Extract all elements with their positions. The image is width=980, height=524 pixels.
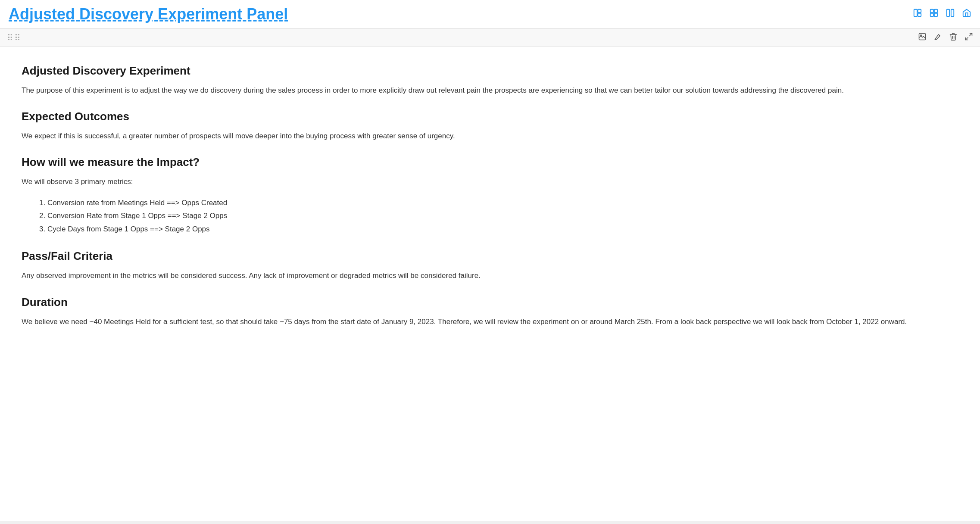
- pass-fail-heading: Pass/Fail Criteria: [22, 250, 958, 263]
- metric-1: Conversion rate from Meetings Held ==> O…: [47, 196, 958, 210]
- svg-line-12: [966, 37, 968, 40]
- delete-icon[interactable]: [949, 32, 958, 43]
- svg-rect-0: [914, 9, 917, 17]
- duration-text: We believe we need ~40 Meetings Held for…: [22, 316, 958, 328]
- outcomes-text: We expect if this is successful, a great…: [22, 130, 958, 142]
- svg-rect-6: [934, 13, 937, 16]
- metrics-list: Conversion rate from Meetings Held ==> O…: [22, 196, 958, 236]
- home-icon[interactable]: [962, 8, 971, 20]
- drag-handle[interactable]: ⠿⠿: [7, 33, 22, 43]
- svg-rect-5: [930, 13, 933, 16]
- main-heading: Adjusted Discovery Experiment: [22, 64, 958, 78]
- image-svg: [918, 32, 927, 41]
- image-icon[interactable]: [918, 32, 927, 43]
- expand-svg: [964, 32, 973, 41]
- content-area: Adjusted Discovery Experiment The purpos…: [0, 47, 980, 521]
- app-header: Adjusted Discovery Experiment Panel: [0, 0, 980, 29]
- toolbar: ⠿⠿: [0, 29, 980, 47]
- columns-svg: [946, 8, 955, 18]
- edit-icon[interactable]: [933, 32, 942, 43]
- svg-rect-3: [930, 9, 933, 12]
- svg-rect-1: [918, 9, 921, 12]
- metric-3: Cycle Days from Stage 1 Opps ==> Stage 2…: [47, 223, 958, 236]
- svg-rect-8: [951, 9, 954, 17]
- svg-line-11: [970, 34, 972, 36]
- svg-rect-2: [918, 13, 921, 16]
- duration-heading: Duration: [22, 296, 958, 309]
- metric-2: Conversion Rate from Stage 1 Opps ==> St…: [47, 209, 958, 223]
- outcomes-heading: Expected Outcomes: [22, 110, 958, 123]
- measure-intro: We will observe 3 primary metrics:: [22, 176, 958, 187]
- edit-svg: [933, 32, 942, 41]
- grid-icon[interactable]: [929, 8, 939, 20]
- intro-text: The purpose of this experiment is to adj…: [22, 84, 958, 96]
- columns-icon[interactable]: [946, 8, 955, 20]
- grid-svg: [929, 8, 939, 18]
- measure-heading: How will we measure the Impact?: [22, 156, 958, 169]
- svg-rect-4: [934, 9, 937, 12]
- layout-icon[interactable]: [913, 8, 922, 20]
- toolbar-right: [918, 32, 973, 43]
- app-title: Adjusted Discovery Experiment Panel: [9, 5, 288, 23]
- svg-rect-7: [947, 9, 949, 17]
- home-svg: [962, 8, 971, 18]
- delete-svg: [949, 32, 958, 41]
- layout-svg: [913, 8, 922, 18]
- expand-icon[interactable]: [964, 32, 973, 43]
- pass-fail-text: Any observed improvement in the metrics …: [22, 270, 958, 281]
- toolbar-left: ⠿⠿: [7, 33, 22, 43]
- header-icons: [913, 8, 971, 20]
